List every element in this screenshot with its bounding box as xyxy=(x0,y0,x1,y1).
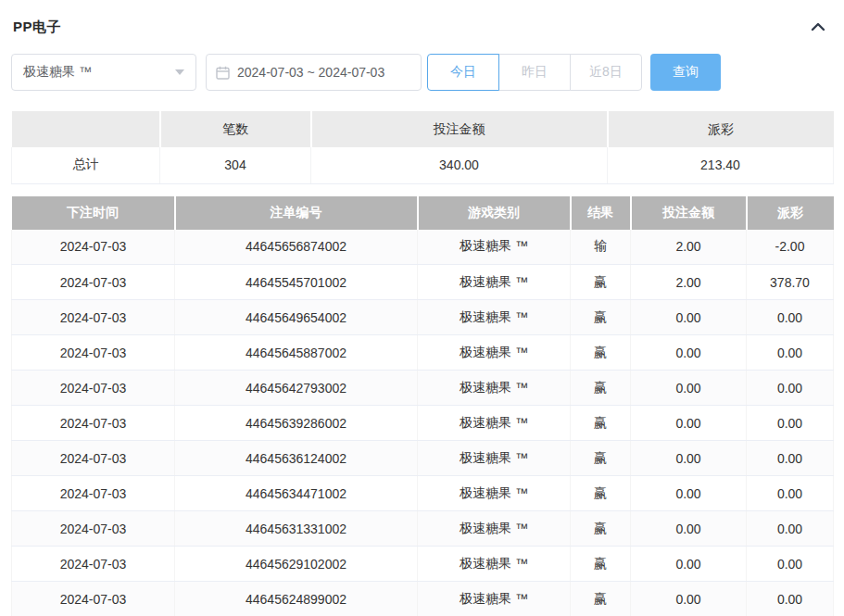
bet-time-cell: 2024-07-03 xyxy=(12,300,175,335)
bet-number-cell: 44645624899002 xyxy=(175,582,418,616)
result-cell: 赢 xyxy=(571,547,631,582)
game-type-cell: 极速糖果 ™ xyxy=(418,371,571,406)
summary-table: 笔数投注金额派彩 总计304340.00213.40 xyxy=(11,111,834,184)
bets-table-row: 2024-07-0344645642793002极速糖果 ™赢0.000.00 xyxy=(12,371,834,406)
game-type-cell: 极速糖果 ™ xyxy=(418,300,571,335)
summary-total-cell: 总计 xyxy=(12,147,160,183)
result-cell: 赢 xyxy=(571,335,631,371)
bet-amount-cell: 0.00 xyxy=(631,547,747,582)
collapse-panel-button[interactable] xyxy=(811,21,825,32)
bet-amount-cell: 0.00 xyxy=(631,476,747,511)
payout-cell: 0.00 xyxy=(747,476,834,511)
bets-table-row: 2024-07-0344645629102002极速糖果 ™赢0.000.00 xyxy=(12,547,834,582)
summary-header-row: 笔数投注金额派彩 xyxy=(12,111,834,147)
bets-table: 下注时间注单编号游戏类别结果投注金额派彩 2024-07-03446456568… xyxy=(11,196,834,616)
result-cell: 赢 xyxy=(571,265,631,300)
calendar-icon xyxy=(216,66,230,80)
bet-number-cell: 44645656874002 xyxy=(175,230,418,265)
summary-header-cell: 派彩 xyxy=(608,111,834,147)
result-cell: 输 xyxy=(571,230,631,265)
summary-total-row: 总计304340.00213.40 xyxy=(12,147,834,183)
game-type-cell: 极速糖果 ™ xyxy=(418,511,571,547)
quick-filter-group: 今日 昨日 近8日 xyxy=(427,54,642,91)
bet-time-cell: 2024-07-03 xyxy=(12,406,175,441)
bets-table-row: 2024-07-0344645631331002极速糖果 ™赢0.000.00 xyxy=(12,511,834,547)
bet-time-cell: 2024-07-03 xyxy=(12,371,175,406)
bets-header-cell: 游戏类别 xyxy=(418,196,571,230)
date-range-input[interactable]: 2024-07-03 ~ 2024-07-03 xyxy=(206,54,422,91)
bets-table-row: 2024-07-0344645624899002极速糖果 ™赢0.000.00 xyxy=(12,582,834,616)
quick-filter-today[interactable]: 今日 xyxy=(427,54,499,91)
payout-cell: 0.00 xyxy=(747,371,834,406)
bet-number-cell: 44645631331002 xyxy=(175,511,418,547)
payout-cell: 378.70 xyxy=(747,265,834,300)
quick-filter-last8days[interactable]: 近8日 xyxy=(570,54,642,91)
game-type-cell: 极速糖果 ™ xyxy=(418,582,571,616)
bets-header-cell: 派彩 xyxy=(747,196,834,230)
bets-header-cell: 注单编号 xyxy=(175,196,418,230)
bets-table-row: 2024-07-0344645649654002极速糖果 ™赢0.000.00 xyxy=(12,300,834,335)
result-cell: 赢 xyxy=(571,406,631,441)
bets-table-row: 2024-07-0344645545701002极速糖果 ™赢2.00378.7… xyxy=(12,265,834,300)
payout-cell: 0.00 xyxy=(747,335,834,371)
payout-cell: 0.00 xyxy=(747,300,834,335)
result-cell: 赢 xyxy=(571,582,631,616)
bet-time-cell: 2024-07-03 xyxy=(12,511,175,547)
bet-amount-cell: 0.00 xyxy=(631,511,747,547)
game-type-cell: 极速糖果 ™ xyxy=(418,406,571,441)
bet-number-cell: 44645634471002 xyxy=(175,476,418,511)
game-type-cell: 极速糖果 ™ xyxy=(418,441,571,476)
game-select[interactable]: 极速糖果 ™ xyxy=(11,54,196,91)
bet-number-cell: 44645642793002 xyxy=(175,371,418,406)
bet-time-cell: 2024-07-03 xyxy=(12,476,175,511)
chevron-up-icon xyxy=(811,21,825,32)
bets-table-row: 2024-07-0344645634471002极速糖果 ™赢0.000.00 xyxy=(12,476,834,511)
bet-time-cell: 2024-07-03 xyxy=(12,547,175,582)
bet-amount-cell: 0.00 xyxy=(631,441,747,476)
bet-number-cell: 44645545701002 xyxy=(175,265,418,300)
summary-total-cell: 304 xyxy=(160,147,311,183)
summary-total-cell: 340.00 xyxy=(311,147,608,183)
payout-cell: 0.00 xyxy=(747,582,834,616)
bets-header-cell: 投注金额 xyxy=(631,196,747,230)
result-cell: 赢 xyxy=(571,371,631,406)
bet-time-cell: 2024-07-03 xyxy=(12,335,175,371)
bet-amount-cell: 0.00 xyxy=(631,582,747,616)
game-type-cell: 极速糖果 ™ xyxy=(418,476,571,511)
payout-cell: 0.00 xyxy=(747,441,834,476)
date-range-value: 2024-07-03 ~ 2024-07-03 xyxy=(237,65,384,80)
summary-header-cell xyxy=(12,111,160,147)
result-cell: 赢 xyxy=(571,476,631,511)
page-title: PP电子 xyxy=(13,19,61,36)
payout-cell: 0.00 xyxy=(747,511,834,547)
filter-toolbar: 极速糖果 ™ 2024-07-03 ~ 2024-07-03 今日 昨日 近8日… xyxy=(11,54,844,91)
bet-time-cell: 2024-07-03 xyxy=(12,441,175,476)
query-button[interactable]: 查询 xyxy=(650,54,721,91)
bet-time-cell: 2024-07-03 xyxy=(12,230,175,265)
bet-number-cell: 44645649654002 xyxy=(175,300,418,335)
bets-table-row: 2024-07-0344645656874002极速糖果 ™输2.00-2.00 xyxy=(12,230,834,265)
game-type-cell: 极速糖果 ™ xyxy=(418,265,571,300)
caret-down-icon xyxy=(175,69,184,75)
bets-table-row: 2024-07-0344645636124002极速糖果 ™赢0.000.00 xyxy=(12,441,834,476)
bets-table-row: 2024-07-0344645645887002极速糖果 ™赢0.000.00 xyxy=(12,335,834,371)
bet-number-cell: 44645636124002 xyxy=(175,441,418,476)
payout-cell: 0.00 xyxy=(747,547,834,582)
game-type-cell: 极速糖果 ™ xyxy=(418,335,571,371)
game-select-value: 极速糖果 ™ xyxy=(23,64,92,81)
result-cell: 赢 xyxy=(571,300,631,335)
bet-amount-cell: 2.00 xyxy=(631,265,747,300)
bet-amount-cell: 0.00 xyxy=(631,371,747,406)
bet-amount-cell: 0.00 xyxy=(631,406,747,441)
game-type-cell: 极速糖果 ™ xyxy=(418,547,571,582)
quick-filter-yesterday[interactable]: 昨日 xyxy=(498,54,571,91)
summary-header-cell: 投注金额 xyxy=(311,111,608,147)
bet-number-cell: 44645645887002 xyxy=(175,335,418,371)
bet-amount-cell: 0.00 xyxy=(631,335,747,371)
bets-header-row: 下注时间注单编号游戏类别结果投注金额派彩 xyxy=(12,196,834,230)
game-type-cell: 极速糖果 ™ xyxy=(418,230,571,265)
payout-cell: -2.00 xyxy=(747,230,834,265)
bet-time-cell: 2024-07-03 xyxy=(12,265,175,300)
bets-header-cell: 结果 xyxy=(571,196,631,230)
bet-amount-cell: 2.00 xyxy=(631,230,747,265)
